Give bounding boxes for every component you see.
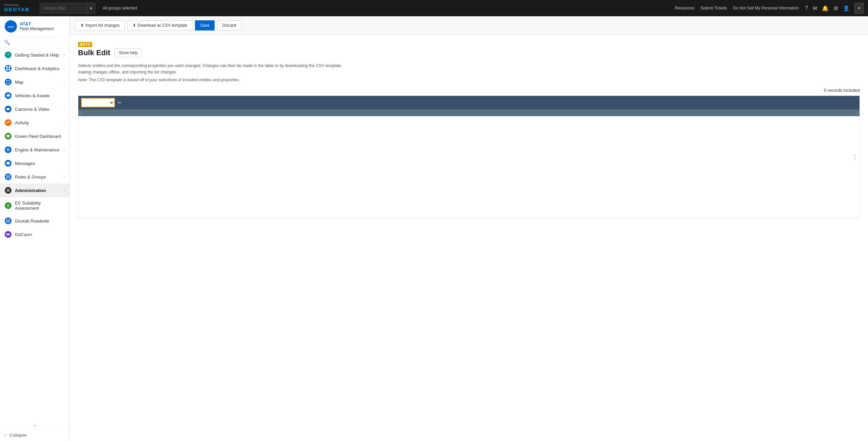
- chevron-icon: ›: [63, 66, 65, 70]
- sidebar-item-label: Geotab Roadside: [15, 218, 65, 224]
- top-bar-left: Powered by GEOTAB ▾ All groups selected: [4, 3, 137, 14]
- collapse-button[interactable]: ‹ Collapse: [0, 429, 70, 441]
- settings-icon[interactable]: ⚙: [833, 5, 838, 12]
- download-csv-button[interactable]: ⬇ Download as CSV template: [127, 20, 193, 30]
- sidebar-item-cameras[interactable]: Cameras & Video ›: [0, 102, 70, 116]
- sidebar-item-messages[interactable]: Messages: [0, 156, 70, 170]
- dashboard-icon: [5, 65, 12, 72]
- sidebar-item-dashboard[interactable]: Dashboard & Analytics ›: [0, 62, 70, 75]
- show-help-label: Show help: [119, 50, 138, 55]
- vehicles-icon: [5, 92, 12, 99]
- green-fleet-icon: [5, 133, 12, 140]
- svg-point-8: [7, 96, 8, 97]
- scroll-left-icon[interactable]: ‹: [80, 111, 81, 115]
- mail-icon[interactable]: ✉: [813, 5, 817, 12]
- table-scroll-bar: ‹ ›: [78, 109, 860, 116]
- sidebar-item-vehicles[interactable]: Vehicles & Assets: [0, 89, 70, 102]
- help-icon[interactable]: ?: [805, 5, 808, 11]
- show-help-button[interactable]: Show help: [114, 48, 142, 57]
- sidebar-item-label: Engine & Maintenance: [15, 147, 60, 152]
- roadside-icon: [5, 217, 12, 224]
- sidebar-item-green-fleet[interactable]: Green Fleet Dashboard: [0, 129, 70, 143]
- scroll-down-icon[interactable]: ▼: [853, 157, 857, 161]
- scroll-indicator: ▾: [0, 422, 70, 429]
- user-icon[interactable]: 👤: [843, 5, 850, 12]
- messages-icon: [5, 160, 12, 167]
- download-icon: ⬇: [133, 23, 136, 28]
- entity-select[interactable]: [81, 98, 115, 107]
- svg-rect-2: [6, 66, 8, 68]
- svg-point-24: [7, 190, 9, 191]
- gocam-icon: [5, 231, 12, 238]
- save-label: Save: [200, 23, 209, 28]
- sidebar-logo-brand: AT&T: [20, 21, 54, 26]
- sidebar: AT&T AT&T Fleet Management ? Getting Sta…: [0, 16, 70, 441]
- sidebar-item-rules[interactable]: Rules & Groups ›: [0, 170, 70, 184]
- activity-icon: [5, 119, 12, 126]
- discard-button[interactable]: Discard: [217, 20, 241, 30]
- chevron-icon: ›: [63, 53, 65, 57]
- sidebar-item-map[interactable]: Map ›: [0, 75, 70, 89]
- scroll-right-icon[interactable]: ›: [857, 111, 858, 115]
- svg-point-30: [7, 234, 8, 235]
- top-bar: Powered by GEOTAB ▾ All groups selected …: [0, 0, 868, 16]
- notification-icon[interactable]: 🔔: [822, 5, 829, 12]
- svg-rect-5: [8, 69, 10, 70]
- sidebar-item-ev[interactable]: EV Suitability Assessment: [0, 197, 70, 214]
- do-not-sell-link[interactable]: Do Not Sell My Personal Information: [733, 6, 799, 10]
- chevron-icon: ›: [63, 188, 65, 192]
- note-text: Note: The CSV template is based off of y…: [78, 78, 860, 82]
- groups-filter-container: ▾: [40, 3, 95, 14]
- svg-rect-4: [6, 69, 8, 70]
- sidebar-item-label: Vehicles & Assets: [15, 93, 65, 98]
- getting-started-icon: ?: [5, 51, 12, 58]
- rules-icon: [5, 173, 12, 180]
- sidebar-logo: AT&T AT&T Fleet Management: [0, 16, 70, 37]
- cameras-icon: [5, 106, 12, 112]
- save-button[interactable]: Save: [195, 20, 214, 30]
- svg-marker-6: [7, 80, 9, 84]
- svg-marker-10: [7, 94, 9, 95]
- collapse-label: Collapse: [9, 433, 27, 438]
- discard-label: Discard: [222, 23, 236, 28]
- main-layout: AT&T AT&T Fleet Management ? Getting Sta…: [0, 16, 868, 441]
- sidebar-item-geotab-roadside[interactable]: Geotab Roadside: [0, 214, 70, 228]
- sidebar-item-label: Cameras & Video: [15, 107, 60, 112]
- svg-marker-12: [9, 108, 10, 110]
- sidebar-item-label: Getting Started & Help: [15, 52, 60, 58]
- import-icon: ⬆: [80, 23, 84, 28]
- sidebar-item-label: Dashboard & Analytics: [15, 66, 60, 71]
- submit-tickets-link[interactable]: Submit Tickets: [701, 6, 727, 10]
- groups-filter-input[interactable]: [40, 3, 87, 14]
- scroll-up-icon[interactable]: ▲: [853, 153, 857, 157]
- sidebar-item-label: Administration: [15, 188, 60, 193]
- chevron-icon: ›: [63, 80, 65, 84]
- content-toolbar: ⬆ Import list changes ⬇ Download as CSV …: [70, 16, 868, 35]
- chevron-icon: ›: [63, 121, 65, 125]
- table-edit-icon[interactable]: ✏: [118, 100, 122, 105]
- groups-filter-dropdown[interactable]: ▾: [87, 3, 95, 14]
- sidebar-item-label: Rules & Groups: [15, 174, 60, 180]
- sidebar-item-label: GoCam+: [15, 232, 65, 237]
- sidebar-item-gocam[interactable]: GoCam+: [0, 228, 70, 241]
- sidebar-item-activity[interactable]: Activity ›: [0, 116, 70, 129]
- sidebar-logo-icon: AT&T: [5, 20, 17, 33]
- content-area: ⬆ Import list changes ⬇ Download as CSV …: [70, 16, 868, 441]
- engine-icon: [5, 146, 12, 153]
- sidebar-item-label: Map: [15, 80, 60, 85]
- sidebar-item-label: Green Fleet Dashboard: [15, 134, 65, 139]
- resources-link[interactable]: Resources: [675, 6, 694, 10]
- search-input[interactable]: [4, 40, 65, 45]
- import-button[interactable]: ⬆ Import list changes: [75, 20, 125, 30]
- chevron-icon: ›: [63, 107, 65, 111]
- svg-marker-19: [7, 164, 9, 165]
- description-text: Selects entities and the corresponding p…: [78, 63, 349, 76]
- sidebar-item-getting-started[interactable]: ? Getting Started & Help ›: [0, 48, 70, 62]
- table-empty-area: [78, 116, 860, 218]
- chevron-icon: ›: [63, 175, 65, 179]
- sidebar-item-engine[interactable]: Engine & Maintenance ›: [0, 143, 70, 156]
- user-button[interactable]: ▾: [854, 3, 864, 14]
- sidebar-item-label: Activity: [15, 120, 60, 125]
- sidebar-item-administration[interactable]: Administration ›: [0, 184, 70, 197]
- download-label: Download as CSV template: [138, 23, 188, 28]
